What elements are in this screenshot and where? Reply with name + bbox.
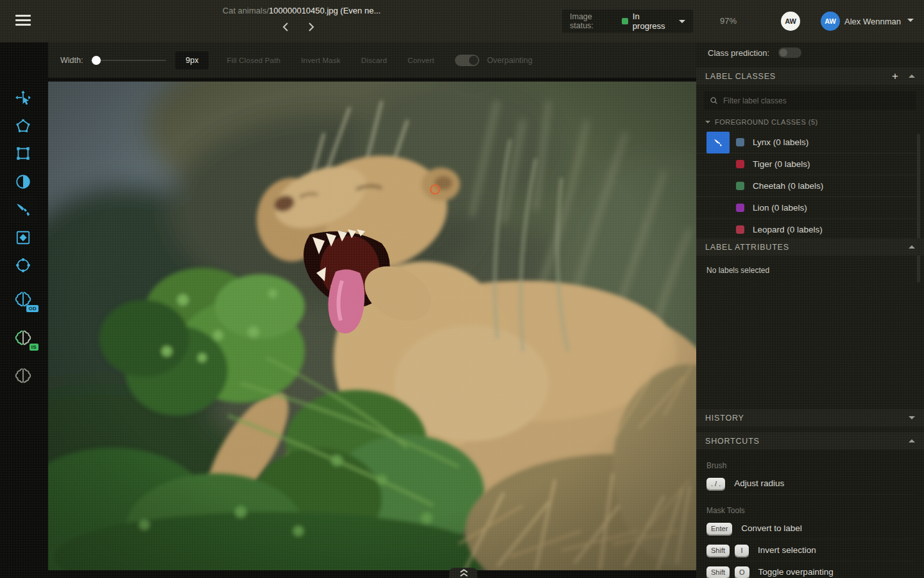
breadcrumb-project: Cat animals/ [223, 6, 269, 15]
class-color-swatch [736, 182, 744, 190]
filter-classes-box[interactable] [704, 91, 916, 110]
bounding-box-icon [15, 145, 31, 162]
collapse-icon[interactable] [909, 439, 915, 442]
convert-button[interactable]: Convert [407, 57, 434, 64]
label-attributes-title: LABEL ATTRIBUTES [705, 243, 909, 252]
class-name: Cheetah (0 labels) [753, 181, 823, 191]
image-status-value: In progress [633, 12, 674, 31]
collaborator-avatar[interactable]: AW [781, 12, 800, 31]
breadcrumb[interactable]: Cat animals/100000010450.jpg (Even ne... [186, 6, 417, 15]
label-classes-header[interactable]: LABEL CLASSES + [696, 67, 924, 85]
shortcut-convert-to-label: Enter Convert to label [706, 518, 914, 539]
class-color-swatch [736, 160, 744, 168]
ellipse-tool[interactable] [9, 251, 37, 279]
collapse-icon[interactable] [909, 245, 915, 249]
history-header[interactable]: HISTORY [696, 409, 924, 426]
expand-icon[interactable] [909, 416, 915, 419]
mask-icon [15, 229, 31, 246]
brush-icon [712, 137, 724, 148]
brush-tool[interactable] [9, 195, 37, 223]
top-bar: Cat animals/100000010450.jpg (Even ne...… [0, 0, 924, 42]
shortcut-adjust-radius: . / . Adjust radius [706, 473, 914, 495]
move-tool[interactable] [9, 84, 37, 112]
add-class-icon[interactable]: + [892, 71, 898, 82]
chevron-up-icon [460, 573, 466, 577]
class-name: Leopard (0 labels) [753, 225, 823, 234]
key-badge: O [735, 566, 749, 578]
polygon-icon [15, 118, 31, 134]
key-badge: . / . [706, 478, 725, 489]
width-label: Width: [60, 56, 83, 65]
width-slider[interactable] [90, 56, 166, 65]
class-prediction-toggle[interactable] [778, 48, 801, 58]
slider-thumb[interactable] [92, 56, 101, 65]
object-detection-ai-tool[interactable]: OD [9, 285, 37, 313]
shortcut-toggle-overpainting: Shift O Toggle overpainting [706, 561, 914, 578]
user-avatar[interactable]: AW [821, 12, 840, 31]
contrast-tool[interactable] [9, 168, 37, 196]
invert-mask-button[interactable]: Invert Mask [301, 57, 341, 64]
overpainting-label: Overpainting [487, 56, 533, 65]
class-list-scrollbar[interactable] [917, 134, 920, 283]
is-badge: IS [30, 344, 38, 351]
class-name: Lynx (0 labels) [753, 137, 809, 147]
menu-icon[interactable] [15, 15, 31, 28]
key-badge: Shift [706, 566, 730, 578]
class-row-lynx[interactable]: Lynx (0 labels) [696, 132, 919, 153]
shortcuts-body: Brush . / . Adjust radius Mask Tools Ent… [696, 450, 924, 578]
class-row-lion[interactable]: Lion (0 labels) [696, 197, 919, 219]
image-status-label: Image status: [570, 12, 617, 30]
foreground-classes-group[interactable]: FOREGROUND CLASSES (5) [705, 118, 818, 126]
slider-track [90, 60, 166, 61]
brush-toolbar: Width: 9px Fill Closed Path Invert Mask … [48, 42, 696, 78]
right-panel: Class prediction: LABEL CLASSES + FOREGR… [696, 42, 924, 578]
move-icon [15, 90, 31, 107]
label-attributes-header[interactable]: LABEL ATTRIBUTES [696, 238, 924, 256]
zoom-level: 97% [720, 16, 737, 26]
discard-button[interactable]: Discard [361, 57, 387, 64]
semantic-ai-tool[interactable] [9, 362, 37, 390]
instance-segmentation-ai-tool[interactable]: IS [9, 324, 37, 352]
brush-icon [15, 201, 31, 218]
brush-cursor [431, 185, 440, 194]
search-icon [710, 96, 718, 105]
active-class-badge [706, 132, 730, 153]
expand-gallery-tab[interactable] [449, 568, 477, 578]
polygon-tool[interactable] [9, 112, 37, 140]
mask-tool[interactable] [9, 223, 37, 252]
class-color-swatch [736, 204, 744, 212]
image-status-dropdown[interactable]: Image status: In progress [562, 10, 693, 33]
class-name: Tiger (0 labels) [753, 159, 810, 169]
contrast-icon [15, 173, 31, 190]
key-badge: Shift [706, 545, 730, 556]
no-labels-text: No labels selected [706, 266, 769, 275]
class-row-tiger[interactable]: Tiger (0 labels) [696, 153, 919, 175]
key-badge: Enter [706, 523, 732, 534]
collapse-icon[interactable] [909, 74, 915, 78]
filter-classes-input[interactable] [723, 96, 890, 105]
user-name[interactable]: Alex Wennman [844, 17, 901, 26]
breadcrumb-filename: 100000010450.jpg (Even ne... [269, 6, 381, 15]
class-name: Lion (0 labels) [753, 203, 807, 213]
fill-closed-path-button[interactable]: Fill Closed Path [227, 57, 280, 64]
class-color-swatch [736, 225, 744, 234]
od-badge: OD [26, 305, 38, 312]
key-badge: I [735, 545, 749, 556]
class-color-swatch [736, 138, 744, 146]
user-menu-chevron-icon[interactable] [907, 19, 914, 22]
prev-image-icon[interactable] [281, 22, 290, 32]
overpainting-toggle[interactable] [455, 55, 479, 66]
image-canvas[interactable] [48, 82, 696, 570]
next-image-icon[interactable] [307, 22, 316, 32]
width-value: 9px [175, 51, 209, 69]
rect-tool[interactable] [9, 139, 37, 168]
class-row-leopard[interactable]: Leopard (0 labels) [696, 219, 919, 241]
shortcuts-header[interactable]: SHORTCUTS [696, 432, 924, 450]
brain-icon [13, 366, 33, 385]
lioness-yawning-photo [48, 82, 696, 570]
chevron-down-icon [705, 121, 710, 123]
shortcut-invert-selection: Shift I Invert selection [706, 539, 914, 561]
class-row-cheetah[interactable]: Cheetah (0 labels) [696, 175, 919, 197]
tool-sidebar: OD IS [0, 42, 48, 578]
shortcuts-title: SHORTCUTS [705, 437, 909, 446]
